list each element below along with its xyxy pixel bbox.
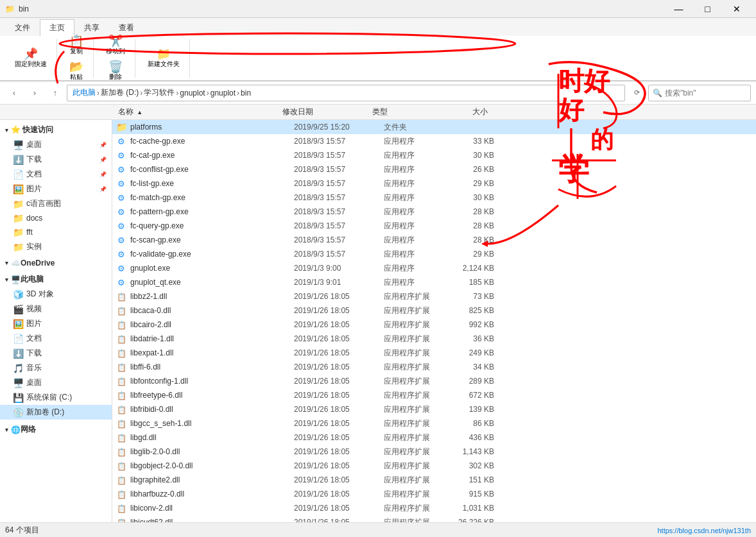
file-row[interactable]: 📋 libfreetype-6.dll 2019/1/26 18:05 应用程序… <box>112 388 756 402</box>
sidebar-quick-access-header[interactable]: ▾ ⭐ 快速访问 <box>0 123 112 137</box>
file-row[interactable]: ⚙ fc-cache-gp.exe 2018/9/3 15:57 应用程序 33… <box>112 134 756 148</box>
chevron-right-icon: ▾ <box>5 260 8 266</box>
file-name: fc-list-gp.exe <box>130 179 294 188</box>
file-type: 应用程序 <box>384 178 448 189</box>
file-row[interactable]: 📋 libcairo-2.dll 2019/1/26 18:05 应用程序扩展 … <box>112 318 756 332</box>
file-type: 应用程序扩展 <box>384 320 448 330</box>
sidebar-network-header[interactable]: ▾ 🌐 网络 <box>0 422 112 437</box>
sidebar-item-3d[interactable]: 🧊 3D 对象 <box>0 287 112 302</box>
col-name-header[interactable]: 名称 ▲ <box>116 107 282 117</box>
file-type: 应用程序扩展 <box>384 376 448 387</box>
sidebar-item-docs2[interactable]: 📁 docs <box>0 211 112 225</box>
sidebar-item-examples[interactable]: 📁 实例 <box>0 239 112 254</box>
file-row[interactable]: ⚙ fc-match-gp.exe 2018/9/3 15:57 应用程序 30… <box>112 191 756 205</box>
file-row[interactable]: 📋 libicudt62.dll 2019/1/26 18:05 应用程序扩展 … <box>112 515 756 522</box>
sidebar-item-fft[interactable]: 📁 fft <box>0 225 112 239</box>
search-bar[interactable]: 🔍 <box>648 85 751 101</box>
file-row[interactable]: ⚙ fc-list-gp.exe 2018/9/3 15:57 应用程序 29 … <box>112 176 756 191</box>
sidebar-thispc-header[interactable]: ▾ 🖥️ 此电脑 <box>0 272 112 287</box>
file-row[interactable]: 📁 platforms 2019/9/25 15:20 文件夹 <box>112 120 756 134</box>
tab-home[interactable]: 主页 <box>40 19 74 37</box>
sep5: › <box>237 89 239 98</box>
file-row[interactable]: ⚙ fc-cat-gp.exe 2018/9/3 15:57 应用程序 30 K… <box>112 148 756 162</box>
website-url: https://blog.csdn.net/njw131th <box>657 527 751 534</box>
file-row[interactable]: 📋 libffi-6.dll 2019/1/26 18:05 应用程序扩展 34… <box>112 360 756 374</box>
file-type: 应用程序 <box>384 277 448 288</box>
move-button[interactable]: ✂️ 移动到 <box>101 33 130 58</box>
file-name: fc-conflist-gp.exe <box>130 165 294 174</box>
forward-button[interactable]: › <box>26 84 44 102</box>
sidebar-onedrive-header[interactable]: ▾ ☁️ OneDrive <box>0 257 112 269</box>
file-row[interactable]: 📋 libharfbuzz-0.dll 2019/1/26 18:05 应用程序… <box>112 487 756 501</box>
sidebar-item-pictures[interactable]: 🖼️ 图片 📌 <box>0 182 112 196</box>
address-drive: 新加卷 (D:) <box>101 87 139 98</box>
pictures2-icon: 🖼️ <box>13 319 24 329</box>
file-icon: 📋 <box>115 503 128 513</box>
file-row[interactable]: 📋 libiconv-2.dll 2019/1/26 18:05 应用程序扩展 … <box>112 501 756 515</box>
sidebar-item-docs[interactable]: 📄 文档 📌 <box>0 167 112 182</box>
file-icon: ⚙ <box>115 178 128 189</box>
file-date: 2019/1/26 18:05 <box>294 391 384 400</box>
new-folder-button[interactable]: 📁 新建文件夹 <box>143 46 184 71</box>
file-row[interactable]: 📋 libgcc_s_seh-1.dll 2019/1/26 18:05 应用程… <box>112 416 756 430</box>
sidebar-item-downloads-label: 下载 <box>26 154 42 165</box>
file-name: libfribidi-0.dll <box>130 405 294 414</box>
sidebar-item-clang[interactable]: 📁 c语言画图 <box>0 196 112 211</box>
file-size: 34 KB <box>448 362 499 371</box>
sidebar-item-desktop[interactable]: 🖥️ 桌面 📌 <box>0 137 112 152</box>
file-list[interactable]: 📁 platforms 2019/9/25 15:20 文件夹 ⚙ fc-cac… <box>112 120 756 522</box>
pin-button[interactable]: 📌 固定到快速 <box>10 46 51 71</box>
copy-button[interactable]: 📋 复制 <box>65 33 88 58</box>
sidebar-item-desktop2[interactable]: 🖥️ 桌面 <box>0 375 112 390</box>
file-row[interactable]: ⚙ fc-pattern-gp.exe 2018/9/3 15:57 应用程序 … <box>112 205 756 219</box>
search-input[interactable] <box>665 89 746 98</box>
file-date: 2019/1/3 9:01 <box>294 278 384 287</box>
sidebar-item-music[interactable]: 🎵 音乐 <box>0 361 112 375</box>
file-type: 应用程序 <box>384 263 448 274</box>
file-row[interactable]: ⚙ fc-conflist-gp.exe 2018/9/3 15:57 应用程序… <box>112 162 756 176</box>
file-row[interactable]: ⚙ gnuplot.exe 2019/1/3 9:00 应用程序 2,124 K… <box>112 261 756 275</box>
delete-button[interactable]: 🗑️ 删除 <box>104 59 127 83</box>
file-date: 2018/9/3 15:57 <box>294 137 384 146</box>
file-row[interactable]: ⚙ fc-scan-gp.exe 2018/9/3 15:57 应用程序 28 … <box>112 233 756 247</box>
file-type: 应用程序扩展 <box>384 390 448 401</box>
sidebar-item-sysc[interactable]: 💾 系统保留 (C:) <box>0 390 112 405</box>
sidebar-item-downloads[interactable]: ⬇️ 下载 📌 <box>0 152 112 167</box>
sidebar-item-docs3[interactable]: 📄 文档 <box>0 331 112 346</box>
file-row[interactable]: 📋 libbz2-1.dll 2019/1/26 18:05 应用程序扩展 73… <box>112 289 756 303</box>
file-row[interactable]: ⚙ fc-validate-gp.exe 2018/9/3 15:57 应用程序… <box>112 247 756 261</box>
sidebar-item-downloads2[interactable]: ⬇️ 下载 <box>0 346 112 361</box>
file-row[interactable]: ⚙ fc-query-gp.exe 2018/9/3 15:57 应用程序 28… <box>112 219 756 233</box>
up-button[interactable]: ↑ <box>46 84 64 102</box>
file-name: libfreetype-6.dll <box>130 391 294 400</box>
col-size-header[interactable]: 大小 <box>436 107 488 117</box>
sep3: › <box>176 89 178 98</box>
file-row[interactable]: 📋 libgd.dll 2019/1/26 18:05 应用程序扩展 436 K… <box>112 430 756 445</box>
address-bar[interactable]: 此电脑 › 新加卷 (D:) › 学习软件 › gnuplot › gnuplo… <box>67 85 625 101</box>
maximize-button[interactable]: □ <box>693 0 722 18</box>
sidebar-item-desktop2-label: 桌面 <box>26 377 42 388</box>
file-row[interactable]: 📋 libdatrie-1.dll 2019/1/26 18:05 应用程序扩展… <box>112 332 756 346</box>
tab-file[interactable]: 文件 <box>5 19 40 36</box>
file-row[interactable]: 📋 libgobject-2.0-0.dll 2019/1/26 18:05 应… <box>112 459 756 473</box>
sidebar-item-video[interactable]: 🎬 视频 <box>0 302 112 316</box>
file-row[interactable]: 📋 libcaca-0.dll 2019/1/26 18:05 应用程序扩展 8… <box>112 303 756 318</box>
close-button[interactable]: ✕ <box>722 0 751 18</box>
col-date-header[interactable]: 修改日期 <box>282 107 372 117</box>
minimize-button[interactable]: — <box>664 0 693 18</box>
back-button[interactable]: ‹ <box>5 84 23 102</box>
sidebar-item-drive-d[interactable]: 💿 新加卷 (D:) <box>0 405 112 420</box>
file-row[interactable]: 📋 libexpat-1.dll 2019/1/26 18:05 应用程序扩展 … <box>112 346 756 360</box>
sidebar-item-pictures2[interactable]: 🖼️ 图片 <box>0 316 112 331</box>
refresh-button[interactable]: ⟳ <box>628 84 646 102</box>
main-area: ▾ ⭐ 快速访问 🖥️ 桌面 📌 ⬇️ 下载 📌 📄 文档 📌 🖼️ 图片 <box>0 120 756 522</box>
paste-button[interactable]: 📂 粘贴 <box>65 59 88 83</box>
file-row[interactable]: 📋 libgraphite2.dll 2019/1/26 18:05 应用程序扩… <box>112 473 756 487</box>
file-row[interactable]: 📋 libglib-2.0-0.dll 2019/1/26 18:05 应用程序… <box>112 445 756 459</box>
file-row[interactable]: 📋 libfontconfig-1.dll 2019/1/26 18:05 应用… <box>112 374 756 388</box>
file-size: 26 KB <box>448 165 499 174</box>
file-row[interactable]: 📋 libfribidi-0.dll 2019/1/26 18:05 应用程序扩… <box>112 402 756 416</box>
file-date: 2019/1/26 18:05 <box>294 348 384 357</box>
col-type-header[interactable]: 类型 <box>372 107 436 117</box>
file-row[interactable]: ⚙ gnuplot_qt.exe 2019/1/3 9:01 应用程序 185 … <box>112 275 756 289</box>
